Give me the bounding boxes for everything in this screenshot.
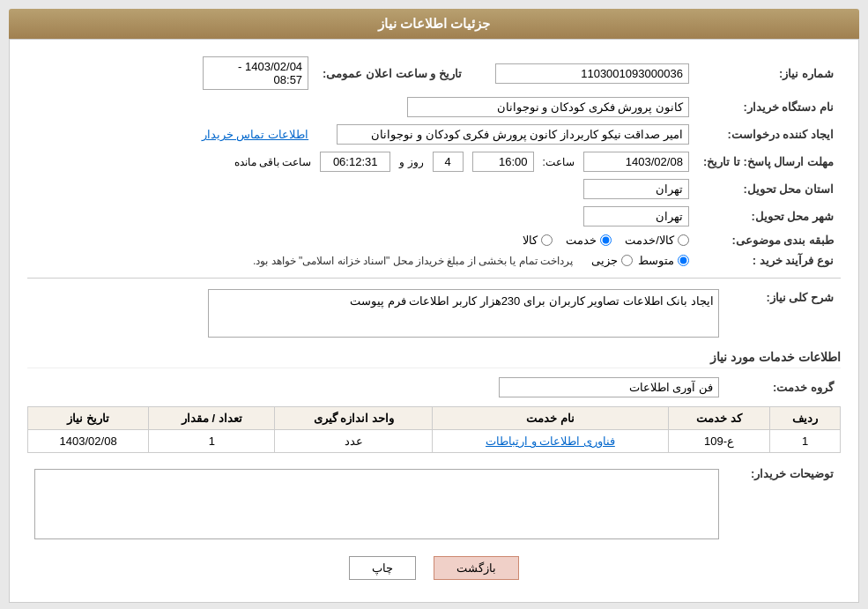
col-vahed: واحد اندازه گیری bbox=[275, 407, 433, 430]
group-khedmat-label: گروه خدمت: bbox=[726, 374, 841, 401]
row-radif: 1 bbox=[770, 430, 841, 453]
row-tarikh: 1403/02/08 bbox=[28, 430, 149, 453]
radio-jozee[interactable]: جزیی bbox=[591, 254, 633, 267]
mohlat-baqi-label: ساعت باقی مانده bbox=[234, 156, 312, 168]
row-name[interactable]: فناوری اطلاعات و ارتباطات bbox=[433, 430, 668, 453]
tarikh-saat-label: تاریخ و ساعت اعلان عمومی: bbox=[315, 53, 488, 93]
group-khedmat-value: فن آوری اطلاعات bbox=[499, 377, 719, 397]
row-tedad: 1 bbox=[149, 430, 275, 453]
page-title: جزئیات اطلاعات نیاز bbox=[378, 16, 490, 31]
etelaaat-tamas-link[interactable]: اطلاعات تماس خریدار bbox=[202, 128, 308, 141]
buyer-notes-label: توضیحات خریدار: bbox=[726, 462, 841, 543]
mohlat-rooz-value: 4 bbox=[433, 152, 464, 172]
bottom-buttons: بازگشت چاپ bbox=[27, 556, 841, 589]
shahr-value: تهران bbox=[583, 206, 689, 227]
mohlat-label: مهلت ارسال پاسخ: تا تاریخ: bbox=[696, 148, 841, 175]
print-button[interactable]: چاپ bbox=[349, 556, 416, 580]
shomara-niaz-label: شماره نیاز: bbox=[696, 53, 841, 93]
col-tedad: تعداد / مقدار bbox=[149, 407, 275, 430]
col-name: نام خدمت bbox=[433, 407, 668, 430]
navoa-farayand-label: نوع فرآیند خرید : bbox=[696, 250, 841, 271]
tabaqe-label: طبقه بندی موضوعی: bbox=[696, 230, 841, 250]
radio-kala[interactable]: کالا bbox=[523, 234, 553, 247]
purchase-type-row: متوسط جزیی پرداخت تمام یا بخشی از مبلغ خ… bbox=[34, 254, 689, 267]
mohlat-baqi-value: 06:12:31 bbox=[320, 152, 390, 172]
shahr-label: شهر محل تحویل: bbox=[696, 203, 841, 230]
tarikh-saat-value: 1403/02/04 - 08:57 bbox=[203, 56, 308, 90]
row-vahed: عدد bbox=[275, 430, 433, 453]
mohlat-rooz-label: روز و bbox=[399, 156, 423, 168]
mohlat-saat-label: ساعت: bbox=[543, 156, 575, 168]
col-tarikh: تاریخ نیاز bbox=[28, 407, 149, 430]
ostan-value: تهران bbox=[583, 179, 689, 199]
nam-dastgah-value: کانون پرورش فکری کودکان و نوجوانان bbox=[407, 97, 689, 117]
radio-motevaset[interactable]: متوسط bbox=[638, 254, 689, 267]
sharh-niaz-value: ایجاد بانک اطلاعات تصاویر کاربران برای 2… bbox=[208, 289, 719, 338]
purchase-note: پرداخت تمام یا بخشی از مبلغ خریداز محل "… bbox=[253, 255, 573, 267]
radio-kala-khedmat[interactable]: کالا/خدمت bbox=[625, 234, 689, 247]
khadamat-section-title: اطلاعات خدمات مورد نیاز bbox=[27, 350, 841, 368]
radio-khedmat[interactable]: خدمت bbox=[566, 234, 612, 247]
ijad-konande-label: ایجاد کننده درخواست: bbox=[696, 121, 841, 148]
buyer-notes-value bbox=[34, 469, 719, 539]
ostan-label: استان محل تحویل: bbox=[696, 175, 841, 203]
col-radif: ردیف bbox=[770, 407, 841, 430]
page-header: جزئیات اطلاعات نیاز bbox=[9, 9, 859, 39]
table-row: 1 ع-109 فناوری اطلاعات و ارتباطات عدد 1 … bbox=[28, 430, 841, 453]
back-button[interactable]: بازگشت bbox=[434, 556, 519, 580]
ijad-konande-value: امیر صداقت نیکو کاربرداز کانون پرورش فکر… bbox=[337, 124, 689, 145]
tabaqe-radio-group: کالا/خدمت خدمت کالا bbox=[34, 234, 689, 247]
mohlat-saat-value: 16:00 bbox=[472, 152, 534, 172]
row-kod: ع-109 bbox=[668, 430, 770, 453]
nam-dastgah-label: نام دستگاه خریدار: bbox=[696, 93, 841, 121]
shomara-niaz-value: 1103001093000036 bbox=[495, 63, 689, 84]
services-table: ردیف کد خدمت نام خدمت واحد اندازه گیری ت… bbox=[27, 406, 841, 453]
sharh-niaz-label: شرح کلی نیاز: bbox=[726, 286, 841, 341]
col-kod: کد خدمت bbox=[668, 407, 770, 430]
mohlat-date: 1403/02/08 bbox=[583, 152, 689, 172]
